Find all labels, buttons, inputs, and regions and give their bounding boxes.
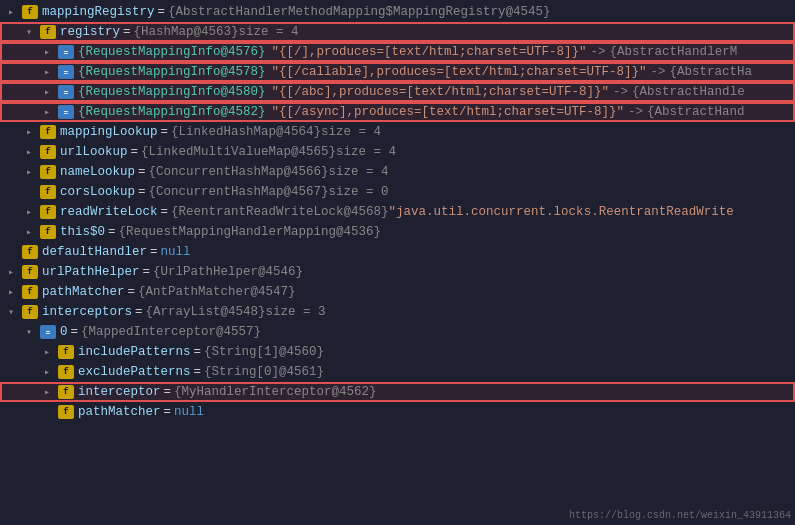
- var-eq: =: [150, 245, 158, 259]
- tree-row[interactable]: fthis$0 = {RequestMappingHandlerMapping@…: [0, 222, 795, 242]
- var-ref: {AbstractHandlerMethodMapping$MappingReg…: [168, 5, 551, 19]
- var-size: size = 0: [329, 185, 389, 199]
- tree-row[interactable]: ={RequestMappingInfo@4578} "{[/callable]…: [0, 62, 795, 82]
- var-eq: =: [143, 265, 151, 279]
- tree-arrow[interactable]: [8, 266, 22, 278]
- tree-row[interactable]: fpathMatcher = null: [0, 402, 795, 422]
- var-ref: {ConcurrentHashMap@4567}: [149, 185, 329, 199]
- tree-arrow[interactable]: [44, 366, 58, 378]
- var-eq: =: [194, 345, 202, 359]
- var-ref: {LinkedMultiValueMap@4565}: [141, 145, 336, 159]
- tree-arrow[interactable]: [44, 346, 58, 358]
- field-icon: f: [58, 385, 74, 399]
- tree-row[interactable]: finterceptors = {ArrayList@4548} size = …: [0, 302, 795, 322]
- object-icon: =: [58, 45, 74, 59]
- tree-arrow[interactable]: [8, 6, 22, 18]
- var-eq: =: [123, 25, 131, 39]
- var-extra: "java.util.concurrent.locks.ReentrantRea…: [389, 205, 734, 219]
- tree-row[interactable]: freadWriteLock = {ReentrantReadWriteLock…: [0, 202, 795, 222]
- var-ref: {ArrayList@4548}: [146, 305, 266, 319]
- tree-row[interactable]: fmappingLookup = {LinkedHashMap@4564} si…: [0, 122, 795, 142]
- var-ref: {MyHandlerInterceptor@4562}: [174, 385, 377, 399]
- tree-arrow[interactable]: [8, 286, 22, 298]
- var-size: size = 4: [336, 145, 396, 159]
- tree-arrow[interactable]: [44, 106, 58, 118]
- tree-arrow[interactable]: [26, 26, 40, 38]
- var-eq: =: [138, 185, 146, 199]
- tree-row[interactable]: fexcludePatterns = {String[0]@4561}: [0, 362, 795, 382]
- object-icon: =: [58, 65, 74, 79]
- var-name: pathMatcher: [42, 285, 125, 299]
- var-key: "{[/abc],produces=[text/html;charset=UTF…: [272, 85, 610, 99]
- var-name: {RequestMappingInfo@4580}: [78, 85, 266, 99]
- tree-arrow[interactable]: [26, 206, 40, 218]
- debugger-panel[interactable]: fmappingRegistry = {AbstractHandlerMetho…: [0, 0, 795, 525]
- var-ref: {ReentrantReadWriteLock@4568}: [171, 205, 389, 219]
- tree-row[interactable]: =0 = {MappedInterceptor@4557}: [0, 322, 795, 342]
- object-icon: =: [58, 105, 74, 119]
- tree-row[interactable]: furlLookup = {LinkedMultiValueMap@4565} …: [0, 142, 795, 162]
- tree-arrow[interactable]: [26, 146, 40, 158]
- tree-arrow[interactable]: [44, 46, 58, 58]
- var-eq: =: [131, 145, 139, 159]
- tree-arrow[interactable]: [44, 386, 58, 398]
- tree-row[interactable]: fmappingRegistry = {AbstractHandlerMetho…: [0, 2, 795, 22]
- var-name: {RequestMappingInfo@4576}: [78, 45, 266, 59]
- var-key: "{[/async],produces=[text/html;charset=U…: [272, 105, 625, 119]
- var-name: readWriteLock: [60, 205, 158, 219]
- tree-arrow[interactable]: [8, 306, 22, 318]
- tree-row[interactable]: ={RequestMappingInfo@4576} "{[/],produce…: [0, 42, 795, 62]
- var-ref: {ConcurrentHashMap@4566}: [149, 165, 329, 179]
- tree-arrow[interactable]: [44, 66, 58, 78]
- field-icon: f: [58, 365, 74, 379]
- var-val: {AbstractHand: [647, 105, 745, 119]
- var-name: interceptor: [78, 385, 161, 399]
- tree-row[interactable]: fregistry = {HashMap@4563} size = 4: [0, 22, 795, 42]
- field-icon: f: [40, 185, 56, 199]
- field-icon: f: [40, 125, 56, 139]
- tree-row[interactable]: fdefaultHandler = null: [0, 242, 795, 262]
- var-size: size = 4: [321, 125, 381, 139]
- tree-row[interactable]: ={RequestMappingInfo@4582} "{[/async],pr…: [0, 102, 795, 122]
- var-name: mappingLookup: [60, 125, 158, 139]
- var-key: "{[/],produces=[text/html;charset=UTF-8]…: [272, 45, 587, 59]
- tree-row[interactable]: fpathMatcher = {AntPathMatcher@4547}: [0, 282, 795, 302]
- tree-arrow[interactable]: [26, 166, 40, 178]
- field-icon: f: [40, 205, 56, 219]
- var-arrow: ->: [628, 105, 643, 119]
- tree-arrow[interactable]: [44, 86, 58, 98]
- tree-row[interactable]: ={RequestMappingInfo@4580} "{[/abc],prod…: [0, 82, 795, 102]
- field-icon: f: [40, 25, 56, 39]
- object-icon: =: [40, 325, 56, 339]
- tree-row[interactable]: fincludePatterns = {String[1]@4560}: [0, 342, 795, 362]
- tree-row[interactable]: fnameLookup = {ConcurrentHashMap@4566} s…: [0, 162, 795, 182]
- var-key: "{[/callable],produces=[text/html;charse…: [272, 65, 647, 79]
- var-arrow: ->: [591, 45, 606, 59]
- var-eq: =: [71, 325, 79, 339]
- field-icon: f: [40, 145, 56, 159]
- var-eq: =: [158, 5, 166, 19]
- var-val: {AbstractHandle: [632, 85, 745, 99]
- tree-arrow[interactable]: [26, 126, 40, 138]
- var-name: {RequestMappingInfo@4582}: [78, 105, 266, 119]
- var-eq: =: [161, 205, 169, 219]
- var-name: registry: [60, 25, 120, 39]
- var-eq: =: [138, 165, 146, 179]
- var-name: excludePatterns: [78, 365, 191, 379]
- tree-arrow[interactable]: [26, 226, 40, 238]
- field-icon: f: [22, 245, 38, 259]
- field-icon: f: [58, 345, 74, 359]
- var-size: size = 3: [266, 305, 326, 319]
- var-val: {AbstractHandlerM: [610, 45, 738, 59]
- var-ref: {String[0]@4561}: [204, 365, 324, 379]
- tree-row[interactable]: furlPathHelper = {UrlPathHelper@4546}: [0, 262, 795, 282]
- var-ref: {LinkedHashMap@4564}: [171, 125, 321, 139]
- field-icon: f: [22, 285, 38, 299]
- tree-row[interactable]: finterceptor = {MyHandlerInterceptor@456…: [0, 382, 795, 402]
- var-null: null: [174, 405, 204, 419]
- var-ref: {MappedInterceptor@4557}: [81, 325, 261, 339]
- var-eq: =: [128, 285, 136, 299]
- tree-arrow[interactable]: [26, 326, 40, 338]
- tree-row[interactable]: fcorsLookup = {ConcurrentHashMap@4567} s…: [0, 182, 795, 202]
- var-eq: =: [108, 225, 116, 239]
